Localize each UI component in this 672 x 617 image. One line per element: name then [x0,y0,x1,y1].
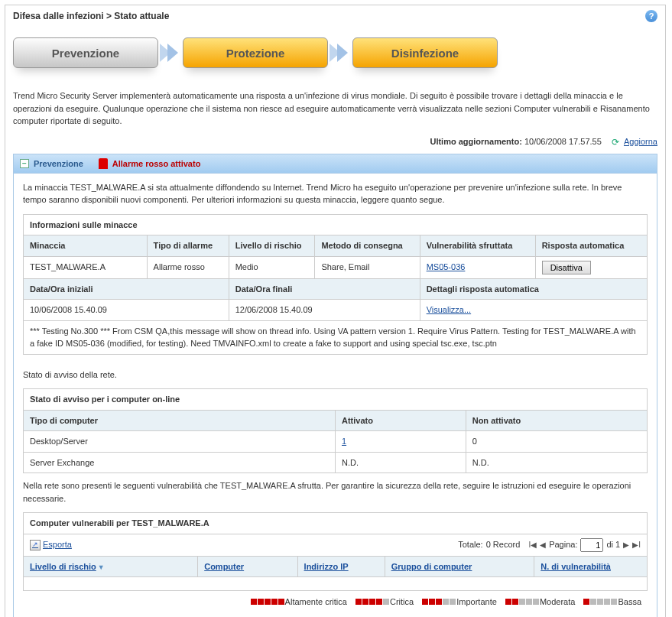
alarm-label: Allarme rosso attivato [112,159,201,168]
step-prevenzione[interactable]: Prevenzione [13,37,158,68]
pager-prev-icon[interactable]: ◀ [540,539,546,550]
last-update-value: 10/06/2008 17.57.55 [524,137,602,146]
cell-tipo-allarme: Allarme rosso [147,256,229,278]
visualizza-link[interactable]: Visualizza... [427,305,472,314]
breadcrumb: Difesa dalle infezioni > Stato attuale [13,11,169,21]
pager-first-icon[interactable]: I◀ [528,539,537,550]
col-dettagli: Dettagli risposta automatica [420,278,647,300]
col-minaccia: Minaccia [24,235,148,257]
alarm-icon [99,158,108,169]
col-attivato: Attivato [336,410,466,431]
col-risposta: Risposta automatica [535,235,647,257]
sort-indirizzo-ip[interactable]: Indirizzo IP [304,562,349,571]
intro-text: Trend Micro Security Server implementerà… [5,89,665,134]
cell-minaccia: TEST_MALWARE.A [24,256,148,278]
sort-indicator-icon: ▼ [98,563,105,571]
table-title: Stato di avviso per i computer on-line [24,389,648,411]
sort-livello-rischio[interactable]: Livello di rischio [30,562,96,571]
table-title: Computer vulnerabili per TEST_MALWARE.A [24,513,648,534]
cell-data-finali: 12/06/2008 15.40.09 [229,300,420,321]
panel-description: La minaccia TEST_MALWARE.A si sta attual… [23,181,648,206]
pager-next-icon[interactable]: ▶ [623,539,629,550]
prevenzione-panel: − Prevenzione Allarme rosso attivato La … [13,154,657,617]
col-data-finali: Data/Ora finali [229,278,420,300]
refresh-icon[interactable]: ⟳ [609,137,619,148]
sort-computer[interactable]: Computer [204,562,244,571]
cell-livello: Medio [229,256,315,278]
export-link[interactable]: ↗ Esporta [30,538,72,551]
page-of: di 1 [606,538,620,551]
collapse-icon[interactable]: − [20,159,29,168]
chevron-icon [333,44,348,62]
page-label: Pagina: [549,538,577,551]
disattiva-button[interactable]: Disattiva [542,261,591,274]
total-value: 0 Record [486,538,521,551]
step-disinfezione[interactable]: Disinfezione [352,37,498,68]
total-label: Totale: [458,538,482,551]
vuln-link[interactable]: MS05-036 [427,262,466,271]
pager-last-icon[interactable]: ▶I [632,539,641,550]
col-tipo-allarme: Tipo di allarme [147,235,229,257]
cell: Desktop/Server [24,431,336,453]
export-icon: ↗ [30,540,41,550]
vuln-note: Nella rete sono presenti le seguenti vul… [23,479,648,505]
help-icon[interactable]: ? [645,10,657,22]
col-non-attivato: Non attivato [466,410,647,431]
panel-title: Prevenzione [34,159,83,168]
sort-gruppo[interactable]: Gruppo di computer [391,562,472,571]
page-input[interactable] [580,538,603,552]
threat-info-table: Informazioni sulle minacce Minaccia Tipo… [23,214,648,355]
threat-note: *** Testing No.300 *** From CSM QA,this … [24,320,648,354]
cell-data-iniziali: 10/06/2008 15.40.09 [24,300,229,321]
table-title: Informazioni sulle minacce [24,214,648,235]
step-protezione[interactable]: Protezione [183,37,328,68]
empty-table-row [23,577,648,591]
refresh-link[interactable]: Aggiorna [624,137,657,146]
cell: 0 [466,431,647,453]
severity-legend: Altamente critica Critica Importante Mod… [23,591,648,610]
col-vulnerabilita: Vulnerabilità sfruttata [420,235,535,257]
pager: Totale: 0 Record I◀ ◀ Pagina: di 1 ▶ ▶I [458,538,641,552]
net-status-label: Stato di avviso della rete. [23,369,648,382]
cell: Server Exchange [24,452,336,473]
col-livello-rischio: Livello di rischio [229,235,315,257]
net-status-table: Stato di avviso per i computer on-line T… [23,388,648,473]
activated-count-link[interactable]: 1 [342,437,346,446]
last-update-label: Ultimo aggiornamento: [430,137,521,146]
col-data-iniziali: Data/Ora iniziali [24,278,229,300]
workflow-steps: Prevenzione Protezione Disinfezione [5,27,665,89]
cell: N.D. [466,452,647,473]
cell-metodo: Share, Email [315,256,420,278]
sort-n-vuln[interactable]: N. di vulnerabilità [541,562,611,571]
col-tipo-computer: Tipo di computer [24,410,336,431]
vuln-computers-table: Computer vulnerabili per TEST_MALWARE.A [23,512,648,534]
chevron-icon [163,44,178,62]
col-metodo-consegna: Metodo di consegna [315,235,420,257]
cell: N.D. [336,452,466,473]
